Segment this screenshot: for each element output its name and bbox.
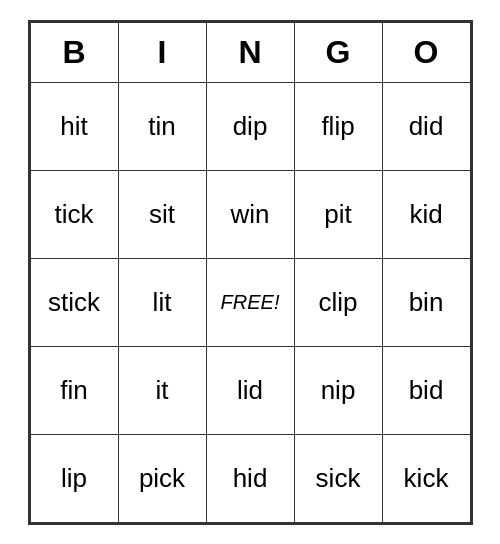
table-cell: clip bbox=[294, 258, 382, 346]
header-b: B bbox=[30, 22, 118, 82]
table-cell: pick bbox=[118, 434, 206, 522]
header-row: B I N G O bbox=[30, 22, 470, 82]
table-cell: lit bbox=[118, 258, 206, 346]
bingo-card: B I N G O hittindipflipdidticksitwinpitk… bbox=[28, 20, 473, 525]
table-cell: hit bbox=[30, 82, 118, 170]
header-o: O bbox=[382, 22, 470, 82]
header-i: I bbox=[118, 22, 206, 82]
header-n: N bbox=[206, 22, 294, 82]
table-cell: kick bbox=[382, 434, 470, 522]
table-row: hittindipflipdid bbox=[30, 82, 470, 170]
table-cell: fin bbox=[30, 346, 118, 434]
table-cell: tin bbox=[118, 82, 206, 170]
table-cell: bid bbox=[382, 346, 470, 434]
table-cell: did bbox=[382, 82, 470, 170]
table-cell: win bbox=[206, 170, 294, 258]
table-cell: pit bbox=[294, 170, 382, 258]
table-cell: it bbox=[118, 346, 206, 434]
table-cell: bin bbox=[382, 258, 470, 346]
table-cell: FREE! bbox=[206, 258, 294, 346]
table-cell: nip bbox=[294, 346, 382, 434]
table-cell: lid bbox=[206, 346, 294, 434]
bingo-table: B I N G O hittindipflipdidticksitwinpitk… bbox=[30, 22, 471, 523]
table-row: ticksitwinpitkid bbox=[30, 170, 470, 258]
header-g: G bbox=[294, 22, 382, 82]
table-cell: kid bbox=[382, 170, 470, 258]
table-row: lippickhidsickkick bbox=[30, 434, 470, 522]
table-cell: dip bbox=[206, 82, 294, 170]
table-cell: sit bbox=[118, 170, 206, 258]
table-cell: tick bbox=[30, 170, 118, 258]
table-cell: lip bbox=[30, 434, 118, 522]
table-cell: stick bbox=[30, 258, 118, 346]
table-cell: flip bbox=[294, 82, 382, 170]
table-cell: sick bbox=[294, 434, 382, 522]
table-row: sticklitFREE!clipbin bbox=[30, 258, 470, 346]
table-row: finitlidnipbid bbox=[30, 346, 470, 434]
table-cell: hid bbox=[206, 434, 294, 522]
